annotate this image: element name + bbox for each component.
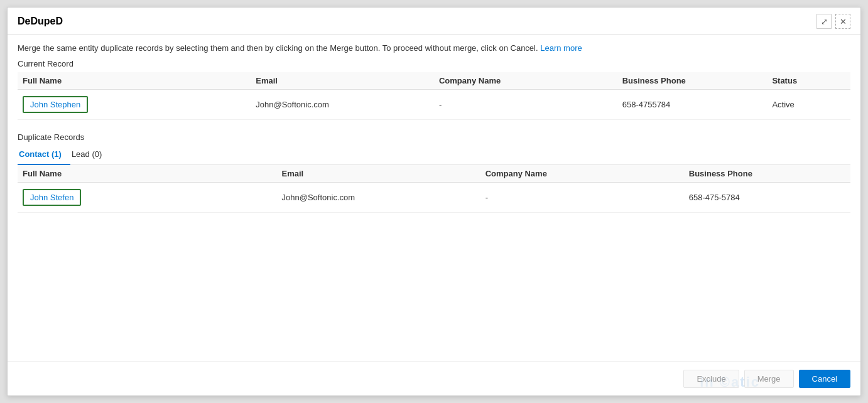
close-icon: ✕ — [840, 17, 847, 26]
tab-lead[interactable]: Lead (0) — [70, 146, 111, 165]
dup-col-header-phone: Business Phone — [684, 165, 850, 183]
exclude-button[interactable]: Exclude — [683, 370, 739, 388]
current-record-name-box: John Stephen — [23, 96, 88, 113]
col-header-status: Status — [767, 72, 850, 90]
duplicate-records-label: Duplicate Records — [18, 132, 850, 142]
col-header-phone: Business Phone — [617, 72, 768, 90]
tab-contact[interactable]: Contact (1) — [18, 146, 70, 165]
expand-button[interactable]: ⤢ — [816, 14, 832, 29]
dup-name-box: John Stefen — [23, 189, 81, 206]
current-record-email-cell: John@Softonic.com — [251, 90, 434, 120]
duplicate-header-row: Full Name Email Company Name Business Ph… — [18, 165, 850, 183]
cancel-button[interactable]: Cancel — [799, 370, 850, 388]
dialog-controls: ⤢ ✕ — [816, 14, 850, 29]
duplicate-records-section: Duplicate Records Contact (1) Lead (0) F… — [18, 132, 850, 213]
duplicate-record-row: John Stefen John@Softonic.com - 658-475-… — [18, 183, 850, 213]
dup-fullname-cell: John Stefen — [18, 183, 277, 213]
current-record-fullname-cell: John Stephen — [18, 90, 251, 120]
dialog-title: DeDupeD — [18, 16, 63, 27]
current-record-row: John Stephen John@Softonic.com - 658-475… — [18, 90, 850, 120]
current-record-header-row: Full Name Email Company Name Business Ph… — [18, 72, 850, 90]
current-record-company-cell: - — [434, 90, 617, 120]
deduped-dialog: DeDupeD ⤢ ✕ Merge the same entity duplic… — [7, 7, 861, 396]
info-text: Merge the same entity duplicate records … — [18, 43, 850, 53]
dup-phone-cell: 658-475-5784 — [684, 183, 850, 213]
dialog-footer: in ©atic Exclude Merge Cancel — [8, 362, 860, 395]
dup-record-name-link[interactable]: John Stefen — [30, 193, 73, 202]
current-record-label: Current Record — [18, 59, 850, 68]
current-record-phone-cell: 658-4755784 — [617, 90, 768, 120]
expand-icon: ⤢ — [821, 17, 828, 26]
dialog-header: DeDupeD ⤢ ✕ — [8, 8, 860, 35]
tab-lead-label: Lead (0) — [72, 149, 102, 159]
col-header-email: Email — [251, 72, 434, 90]
current-record-status-cell: Active — [767, 90, 850, 120]
dup-col-header-fullname: Full Name — [18, 165, 277, 183]
dup-company-cell: - — [480, 183, 684, 213]
close-button[interactable]: ✕ — [835, 14, 850, 29]
current-record-table: Full Name Email Company Name Business Ph… — [18, 72, 850, 120]
col-header-company: Company Name — [434, 72, 617, 90]
merge-button[interactable]: Merge — [744, 370, 794, 388]
dialog-body: Merge the same entity duplicate records … — [8, 35, 860, 362]
dup-col-header-company: Company Name — [480, 165, 684, 183]
learn-more-link[interactable]: Learn more — [540, 43, 582, 53]
dup-col-header-email: Email — [277, 165, 480, 183]
col-header-fullname: Full Name — [18, 72, 251, 90]
current-record-name-link[interactable]: John Stephen — [30, 100, 80, 109]
duplicate-records-table: Full Name Email Company Name Business Ph… — [18, 165, 850, 213]
dup-email-cell: John@Softonic.com — [277, 183, 480, 213]
tab-contact-label: Contact (1) — [19, 149, 62, 159]
duplicate-tabs: Contact (1) Lead (0) — [18, 146, 850, 165]
